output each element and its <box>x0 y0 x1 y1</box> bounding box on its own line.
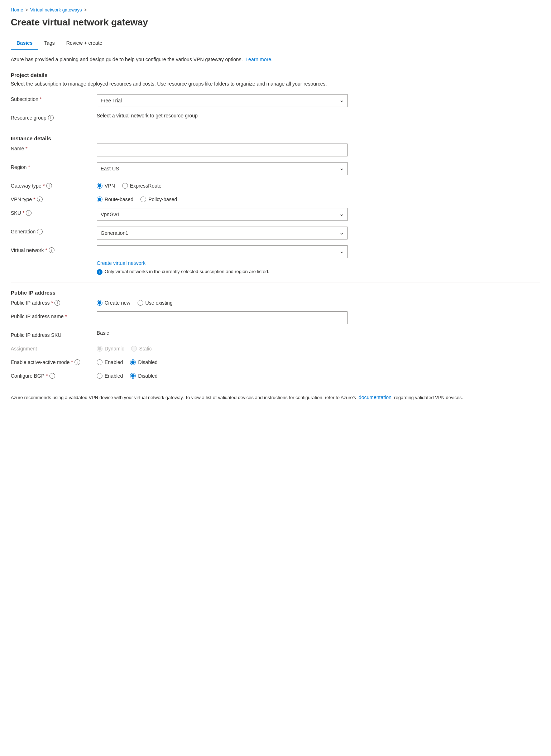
documentation-link[interactable]: documentation <box>359 394 392 400</box>
gateway-type-vpn-radio[interactable] <box>97 183 102 189</box>
assignment-static-label: Static <box>139 346 152 352</box>
vpn-type-info-icon[interactable]: i <box>37 197 43 202</box>
gateway-type-info-icon[interactable]: i <box>46 183 52 189</box>
assignment-label: Assignment <box>11 344 90 352</box>
subscription-select[interactable]: Free Trial <box>97 94 348 107</box>
public-ip-address-label: Public IP address * i <box>11 298 90 306</box>
active-active-disabled[interactable]: Disabled <box>130 359 157 365</box>
assignment-row: Assignment Dynamic Static <box>11 344 540 352</box>
section-divider-1 <box>11 128 540 128</box>
assignment-dynamic[interactable]: Dynamic <box>97 346 124 352</box>
gateway-type-required: * <box>43 183 45 189</box>
public-ip-sku-label: Public IP address SKU <box>11 330 90 338</box>
active-active-row: Enable active-active mode * i Enabled Di… <box>11 357 540 365</box>
create-virtual-network-link[interactable]: Create virtual network <box>97 260 145 266</box>
configure-bgp-row: Configure BGP * i Enabled Disabled <box>11 371 540 379</box>
tabs-container: Basics Tags Review + create <box>11 37 540 50</box>
gateway-type-expressroute-radio[interactable] <box>122 183 128 189</box>
public-ip-control: Create new Use existing <box>97 298 348 306</box>
configure-bgp-info-icon[interactable]: i <box>49 373 55 379</box>
vpn-type-route-based-radio[interactable] <box>97 197 102 202</box>
active-active-radio-group: Enabled Disabled <box>97 357 348 365</box>
generation-row: Generation i Generation1 <box>11 227 540 239</box>
virtual-network-select-wrapper <box>97 245 348 258</box>
tab-review-create[interactable]: Review + create <box>61 37 108 50</box>
breadcrumb-home[interactable]: Home <box>11 7 23 13</box>
active-active-enabled-radio[interactable] <box>97 359 102 365</box>
vpn-type-policy-based-label: Policy-based <box>148 197 177 202</box>
gateway-type-control: VPN ExpressRoute <box>97 181 348 189</box>
generation-info-icon[interactable]: i <box>37 229 43 234</box>
assignment-control: Dynamic Static <box>97 344 348 352</box>
name-control <box>97 144 348 156</box>
resource-group-info-icon[interactable]: i <box>48 115 54 121</box>
name-row: Name * <box>11 144 540 156</box>
subscription-select-wrapper: Free Trial <box>97 94 348 107</box>
sku-select[interactable]: VpnGw1 <box>97 208 348 221</box>
gateway-type-vpn[interactable]: VPN <box>97 183 115 189</box>
public-ip-use-existing[interactable]: Use existing <box>138 300 173 306</box>
region-select[interactable]: East US <box>97 162 348 175</box>
configure-bgp-disabled[interactable]: Disabled <box>130 373 157 379</box>
public-ip-create-new-radio[interactable] <box>97 300 102 306</box>
resource-group-control: Select a virtual network to get resource… <box>97 113 348 118</box>
public-ip-sku-value: Basic <box>97 328 109 336</box>
virtual-network-label: Virtual network * i <box>11 245 90 253</box>
section-divider-3 <box>11 386 540 386</box>
tab-tags[interactable]: Tags <box>38 37 61 50</box>
assignment-static-radio[interactable] <box>131 346 137 352</box>
learn-more-link[interactable]: Learn more. <box>245 57 272 62</box>
bottom-note: Azure recommends using a validated VPN d… <box>11 393 540 402</box>
vpn-type-label: VPN type * i <box>11 194 90 202</box>
generation-select-wrapper: Generation1 <box>97 227 348 239</box>
configure-bgp-enabled-radio[interactable] <box>97 373 102 379</box>
subscription-required: * <box>40 96 42 102</box>
vpn-type-policy-based-radio[interactable] <box>140 197 146 202</box>
generation-select[interactable]: Generation1 <box>97 227 348 239</box>
active-active-enabled[interactable]: Enabled <box>97 359 123 365</box>
assignment-dynamic-radio[interactable] <box>97 346 102 352</box>
public-ip-name-required: * <box>65 314 67 319</box>
breadcrumb-sep1: > <box>25 7 28 13</box>
sku-required: * <box>23 210 24 216</box>
name-required: * <box>25 146 27 151</box>
public-ip-section: Public IP address Public IP address * i … <box>11 290 540 379</box>
gateway-type-expressroute-label: ExpressRoute <box>130 183 162 189</box>
configure-bgp-enabled-label: Enabled <box>105 373 123 379</box>
configure-bgp-enabled[interactable]: Enabled <box>97 373 123 379</box>
public-ip-name-control <box>97 311 348 324</box>
virtual-network-row: Virtual network * i Create virtual netwo… <box>11 245 540 275</box>
assignment-static[interactable]: Static <box>131 346 152 352</box>
active-active-info-icon[interactable]: i <box>75 359 80 365</box>
generation-control: Generation1 <box>97 227 348 239</box>
configure-bgp-disabled-radio[interactable] <box>130 373 136 379</box>
sku-info-icon[interactable]: i <box>26 210 32 216</box>
configure-bgp-disabled-label: Disabled <box>138 373 157 379</box>
active-active-disabled-radio[interactable] <box>130 359 136 365</box>
virtual-network-required: * <box>45 247 47 253</box>
gateway-type-label: Gateway type * i <box>11 181 90 189</box>
vpn-type-route-based[interactable]: Route-based <box>97 197 133 202</box>
public-ip-create-new[interactable]: Create new <box>97 300 130 306</box>
public-ip-info-icon[interactable]: i <box>54 300 60 306</box>
virtual-network-info-icon[interactable]: i <box>49 247 54 253</box>
vpn-type-policy-based[interactable]: Policy-based <box>140 197 177 202</box>
public-ip-name-input[interactable] <box>97 311 348 324</box>
tab-description: Azure has provided a planning and design… <box>11 56 540 63</box>
sku-control: VpnGw1 <box>97 208 348 221</box>
generation-label: Generation i <box>11 227 90 234</box>
public-ip-use-existing-radio[interactable] <box>138 300 143 306</box>
gateway-type-expressroute[interactable]: ExpressRoute <box>122 183 162 189</box>
name-input[interactable] <box>97 144 348 156</box>
virtual-network-info-circle: i <box>97 269 102 275</box>
active-active-label: Enable active-active mode * i <box>11 357 90 365</box>
virtual-network-select[interactable] <box>97 245 348 258</box>
resource-group-label: Resource group i <box>11 113 90 121</box>
configure-bgp-control: Enabled Disabled <box>97 371 348 379</box>
tab-basics[interactable]: Basics <box>11 37 38 50</box>
sku-label: SKU * i <box>11 208 90 216</box>
name-label: Name * <box>11 144 90 151</box>
region-label: Region * <box>11 162 90 170</box>
breadcrumb-parent[interactable]: Virtual network gateways <box>30 7 82 13</box>
instance-details-section: Instance details Name * Region * East US… <box>11 135 540 275</box>
